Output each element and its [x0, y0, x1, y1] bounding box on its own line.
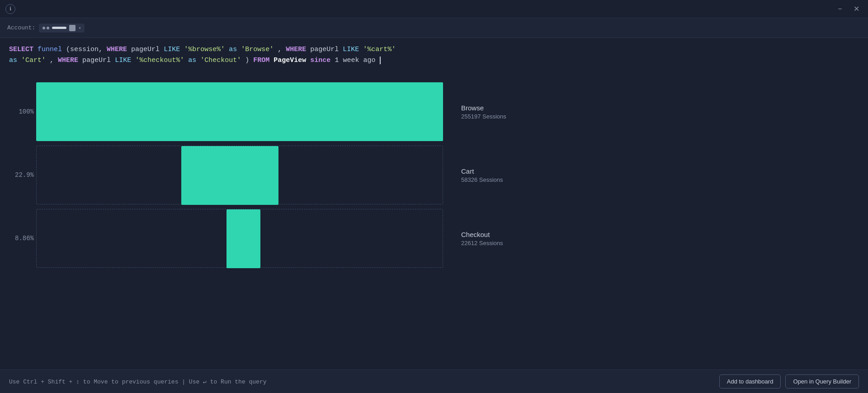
- open-query-builder-button[interactable]: Open in Query Builder: [785, 374, 859, 388]
- str-checkout: 'Checkout': [200, 57, 241, 64]
- str-checkout-pattern: '%checkout%': [135, 57, 184, 64]
- str-cart-pattern: '%cart%': [363, 46, 396, 53]
- kw-where-1: WHERE: [107, 46, 127, 53]
- label-browse-sessions: 255197 Sessions: [461, 113, 506, 120]
- label-row-browse: Browse 255197 Sessions: [461, 82, 506, 141]
- query-line-1: SELECT funnel (session, WHERE pageUrl LI…: [9, 44, 859, 55]
- str-browse: 'Browse': [241, 46, 274, 53]
- titlebar-left: ℹ: [5, 4, 15, 14]
- account-bar: Account: ▾: [0, 18, 868, 38]
- account-dot-2: [47, 27, 49, 29]
- account-name-bar: [52, 27, 66, 29]
- query-editor[interactable]: SELECT funnel (session, WHERE pageUrl LI…: [0, 38, 868, 74]
- label-cart-name: Cart: [461, 167, 506, 175]
- label-checkout-name: Checkout: [461, 231, 506, 238]
- kw-from: FROM: [253, 57, 269, 64]
- pct-checkout: 8.86%: [11, 235, 34, 242]
- bar-browse-fill: [36, 82, 443, 141]
- chart-labels: Browse 255197 Sessions Cart 58326 Sessio…: [461, 82, 506, 268]
- chart-row-checkout: 8.86%: [36, 209, 452, 268]
- titlebar-right: − ✕: [834, 3, 863, 15]
- query-line-2: as 'Cart' , WHERE pageUrl LIKE '%checkou…: [9, 55, 859, 66]
- label-checkout-sessions: 22612 Sessions: [461, 240, 506, 246]
- str-browse-pattern: '%browse%': [184, 46, 225, 53]
- titlebar: ℹ − ✕: [0, 0, 868, 18]
- bottom-buttons: Add to dashboard Open in Query Builder: [719, 374, 859, 388]
- account-selector[interactable]: ▾: [39, 24, 85, 33]
- chart-bars: 100% 22.9% 8.86%: [36, 82, 452, 268]
- pct-browse: 100%: [11, 108, 34, 115]
- info-icon[interactable]: ℹ: [5, 4, 15, 14]
- keyboard-hint: Use Ctrl + Shift + ↕ to Move to previous…: [9, 378, 267, 385]
- chevron-down-icon: ▾: [78, 25, 81, 31]
- account-dots: [42, 27, 49, 29]
- label-row-cart: Cart 58326 Sessions: [461, 146, 506, 204]
- chart-container: 100% 22.9% 8.86%: [0, 74, 868, 369]
- pct-cart: 22.9%: [11, 171, 34, 179]
- bar-cart-fill: [181, 146, 278, 205]
- bar-cart-container: [36, 146, 443, 204]
- chart-row-browse: 100%: [36, 82, 452, 141]
- table-name: PageView: [274, 57, 306, 64]
- close-button[interactable]: ✕: [850, 3, 863, 15]
- bar-browse-container: [36, 82, 443, 141]
- kw-like-2: LIKE: [343, 46, 359, 53]
- fn-funnel: funnel: [38, 46, 62, 53]
- add-to-dashboard-button[interactable]: Add to dashboard: [719, 374, 781, 388]
- label-row-checkout: Checkout 22612 Sessions: [461, 209, 506, 268]
- kw-like-3: LIKE: [115, 57, 131, 64]
- kw-where-2: WHERE: [286, 46, 306, 53]
- kw-as-1: as: [229, 46, 237, 53]
- kw-select: SELECT: [9, 46, 33, 53]
- bottom-bar: Use Ctrl + Shift + ↕ to Move to previous…: [0, 369, 868, 393]
- bar-checkout-fill: [226, 209, 260, 268]
- label-browse-name: Browse: [461, 104, 506, 112]
- label-cart-sessions: 58326 Sessions: [461, 176, 506, 183]
- kw-as-3: as: [188, 57, 196, 64]
- chart-row-cart: 22.9%: [36, 146, 452, 204]
- bar-checkout-container: [36, 209, 443, 268]
- account-dot-1: [42, 27, 45, 29]
- kw-since: since: [310, 57, 330, 64]
- kw-as-2: as: [9, 57, 17, 64]
- kw-like-1: LIKE: [164, 46, 180, 53]
- minimize-button[interactable]: −: [834, 3, 846, 15]
- kw-where-3: WHERE: [58, 57, 78, 64]
- main-content: SELECT funnel (session, WHERE pageUrl LI…: [0, 38, 868, 369]
- account-icon: [69, 25, 75, 31]
- str-cart: 'Cart': [21, 57, 46, 64]
- account-label: Account:: [7, 24, 35, 31]
